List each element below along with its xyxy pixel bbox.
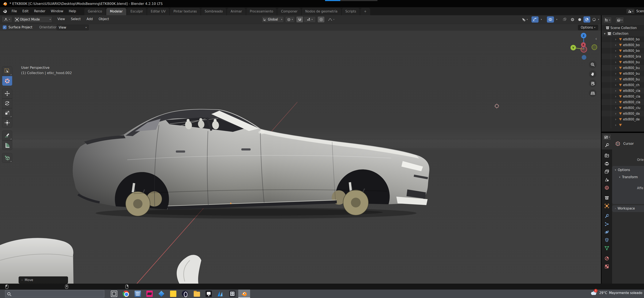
selectability-visibility-dropdown[interactable]: ▾ bbox=[519, 16, 530, 23]
outliner-item[interactable]: ›etk800_cla bbox=[602, 99, 644, 105]
tab-componer[interactable]: Componer bbox=[277, 8, 301, 15]
pivot-point-dropdown[interactable]: ▾ bbox=[285, 16, 295, 23]
tool-rotate[interactable] bbox=[2, 98, 12, 108]
properties-tab-constraints[interactable] bbox=[602, 236, 612, 244]
taskbar-app-note[interactable] bbox=[167, 289, 179, 298]
navigation-gizmo[interactable]: X Z Y bbox=[566, 31, 602, 61]
expand-icon[interactable]: › bbox=[614, 89, 617, 93]
cursor-3d[interactable] bbox=[494, 103, 500, 109]
pan-view-button[interactable] bbox=[589, 70, 596, 78]
taskbar-app-building[interactable] bbox=[132, 289, 144, 298]
tab-esculpir[interactable]: Esculpir bbox=[127, 8, 146, 15]
viewport-menu-object[interactable]: Object bbox=[96, 16, 112, 23]
axis-z-negative-ball[interactable] bbox=[582, 55, 586, 60]
tab-gen-rico[interactable]: Genérico bbox=[84, 8, 106, 15]
transform-orientation-dropdown[interactable]: Global ▾ bbox=[262, 16, 284, 23]
expand-icon[interactable]: › bbox=[614, 43, 617, 47]
menu-window[interactable]: Window bbox=[48, 9, 66, 14]
taskbar-app-diamond[interactable] bbox=[156, 289, 167, 298]
taskbar-app-folder[interactable] bbox=[191, 289, 203, 298]
tab-scripts[interactable]: Scripts bbox=[342, 8, 360, 15]
properties-tab-physics[interactable] bbox=[602, 228, 612, 236]
proportional-falloff-dropdown[interactable]: ▾ bbox=[325, 16, 337, 23]
gizmos-toggle[interactable] bbox=[532, 16, 538, 23]
outliner-item[interactable]: ›etk800_ch bbox=[602, 82, 644, 88]
expand-icon[interactable]: › bbox=[614, 38, 617, 41]
expand-icon[interactable]: › bbox=[614, 106, 617, 110]
tool-add-cube[interactable] bbox=[2, 153, 12, 163]
axis-x-negative-ball[interactable] bbox=[581, 46, 587, 52]
properties-tab-collection[interactable] bbox=[602, 194, 612, 202]
properties-tab-texture[interactable] bbox=[602, 262, 612, 270]
taskbar-app-grid-app[interactable] bbox=[226, 289, 238, 298]
shading-solid-button[interactable] bbox=[576, 16, 583, 23]
shading-dropdown[interactable]: ▾ bbox=[596, 16, 601, 23]
expand-icon[interactable]: › bbox=[614, 112, 617, 115]
sidebar-collapse-arrow[interactable]: ‹ bbox=[595, 36, 597, 41]
outliner-item[interactable]: ›etk800_bra bbox=[602, 54, 644, 59]
tab-editar-uv[interactable]: Editar UV bbox=[147, 8, 169, 15]
tool-measure[interactable] bbox=[2, 140, 12, 150]
expand-icon[interactable]: › bbox=[614, 83, 617, 87]
properties-tab-output[interactable] bbox=[602, 160, 612, 168]
xray-toggle[interactable] bbox=[561, 16, 568, 23]
properties-tab-scene[interactable] bbox=[602, 176, 612, 184]
options-button[interactable]: Options ▾ bbox=[578, 25, 598, 30]
outliner-scene-collection[interactable]: Scene Collection bbox=[602, 25, 644, 31]
axis-y-negative-ball[interactable] bbox=[592, 45, 597, 50]
properties-tab-particles[interactable] bbox=[602, 220, 612, 228]
overlays-toggle[interactable] bbox=[547, 16, 554, 23]
menu-render[interactable]: Render bbox=[31, 9, 48, 14]
scene-selector[interactable]: ▾ Scen bbox=[626, 8, 644, 15]
tool-transform[interactable] bbox=[2, 118, 12, 128]
options-panel-header[interactable]: ▾ Options bbox=[612, 166, 644, 172]
snap-toggle[interactable] bbox=[296, 16, 303, 23]
orthographic-grid-button[interactable] bbox=[589, 89, 596, 97]
loose-part[interactable] bbox=[172, 254, 208, 284]
expand-icon[interactable]: › bbox=[614, 55, 617, 58]
outliner-item[interactable]: ›etk800_cla bbox=[602, 94, 644, 99]
mode-dropdown[interactable]: Object Mode ▾ bbox=[14, 16, 52, 23]
tab-sombreado[interactable]: Sombreado bbox=[201, 8, 226, 15]
outliner-item[interactable]: ›etk800_bu bbox=[602, 71, 644, 76]
outliner-item[interactable]: ›etk800_bo bbox=[602, 48, 644, 54]
menu-help[interactable]: Help bbox=[66, 9, 79, 14]
tool-annotate[interactable] bbox=[2, 130, 12, 140]
taskbar-app-media[interactable] bbox=[203, 289, 214, 298]
zoom-view-button[interactable] bbox=[589, 61, 596, 68]
operator-panel-move[interactable]: › Move bbox=[18, 276, 68, 284]
viewport-menu-select[interactable]: Select bbox=[68, 16, 84, 23]
outliner-item[interactable]: ›etk800_bu bbox=[602, 76, 644, 82]
surface-project-checkbox[interactable]: ✓ bbox=[3, 25, 6, 29]
viewport-3d[interactable]: User Perspective (1) Collection | etkc_h… bbox=[0, 31, 601, 284]
taskbar-app-pink[interactable] bbox=[144, 289, 156, 298]
outliner-item[interactable]: ›etk800_bo bbox=[602, 36, 644, 42]
proportional-editing-toggle[interactable] bbox=[318, 16, 325, 23]
properties-tab-modifiers[interactable] bbox=[602, 212, 612, 220]
expand-icon[interactable]: › bbox=[614, 72, 617, 76]
properties-tab-view-layer[interactable] bbox=[602, 168, 612, 176]
outliner-item[interactable]: ›etk800_bo bbox=[602, 42, 644, 48]
shading-wireframe-button[interactable] bbox=[569, 16, 576, 23]
expand-icon[interactable]: › bbox=[614, 66, 617, 70]
outliner-item[interactable]: ›etk800_clu bbox=[602, 105, 644, 111]
snap-target-dropdown[interactable]: ▾ bbox=[304, 16, 316, 23]
expand-icon[interactable]: › bbox=[614, 100, 617, 104]
outliner-item[interactable]: ›etk800_cla bbox=[602, 88, 644, 94]
car-model[interactable] bbox=[70, 105, 434, 223]
properties-editor-type-button[interactable]: ▾ bbox=[603, 134, 611, 140]
outliner-item[interactable]: ›etk800_bu bbox=[602, 65, 644, 71]
outliner-display-mode-button[interactable]: ▾ bbox=[603, 17, 612, 23]
expand-icon[interactable]: › bbox=[614, 60, 617, 64]
outliner-item[interactable]: ›etk800_da bbox=[602, 111, 644, 116]
weather-widget[interactable]: 1 29°C Mayormente soleado bbox=[590, 290, 642, 295]
outliner-item[interactable]: ›etk800_bu bbox=[602, 59, 644, 65]
outliner-item-clipped[interactable]: › bbox=[602, 122, 644, 128]
expand-icon[interactable]: › bbox=[614, 95, 617, 98]
taskbar-app-chrome[interactable] bbox=[120, 289, 132, 298]
shading-material-button[interactable] bbox=[584, 16, 590, 23]
taskbar-app-task-view[interactable] bbox=[108, 289, 120, 298]
properties-tab-object-data[interactable] bbox=[602, 244, 612, 252]
menu-file[interactable]: File bbox=[9, 9, 20, 14]
taskbar-app-blender[interactable] bbox=[238, 289, 250, 298]
